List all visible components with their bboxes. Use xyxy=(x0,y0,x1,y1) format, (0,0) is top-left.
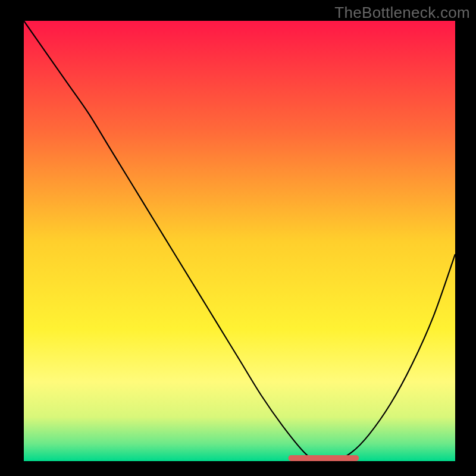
bottleneck-chart xyxy=(0,0,476,476)
chart-frame: TheBottleneck.com xyxy=(0,0,476,476)
plot-background xyxy=(24,21,455,461)
watermark-label: TheBottleneck.com xyxy=(334,4,470,22)
